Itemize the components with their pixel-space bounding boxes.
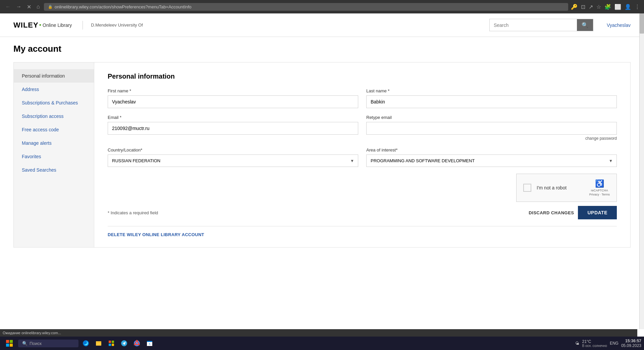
country-area-row: Country/Location* RUSSIAN FEDERATION UNI… — [108, 147, 617, 167]
delete-account-link[interactable]: DELETE WILEY ONLINE LIBRARY ACCOUNT — [108, 232, 204, 237]
country-group: Country/Location* RUSSIAN FEDERATION UNI… — [108, 147, 358, 167]
first-name-label: First name * — [108, 88, 358, 93]
user-name[interactable]: Vyacheslav — [607, 23, 631, 28]
browser-toolbar: 🔑 ⊡ ↗ ☆ 🧩 ⬜ 👤 ⋮ — [571, 4, 640, 10]
sidebar-item-favorites[interactable]: Favorites — [14, 150, 94, 163]
sidebar-item-subscriptions[interactable]: Subscriptions & Purchases — [14, 96, 94, 110]
address-bar[interactable]: 🔒 onlinelibrary.wiley.com/action/showPre… — [44, 3, 568, 11]
last-name-group: Last name * — [366, 88, 617, 108]
logo-wiley: WILEY — [13, 21, 39, 30]
area-label: Area of interest* — [366, 147, 617, 152]
first-name-input[interactable] — [108, 95, 358, 108]
institution-name: D.Mendeleev University Of — [91, 23, 143, 28]
content-layout: Personal information Address Subscriptio… — [13, 62, 631, 248]
area-select-wrapper: PROGRAMMING AND SOFTWARE DEVELOPMENT CHE… — [366, 155, 617, 167]
back-button[interactable]: ← — [4, 2, 12, 11]
sidebar-item-free-access-code[interactable]: Free access code — [14, 123, 94, 136]
recaptcha-row: I'm not a robot ♿ reCAPTCHA Privacy · Te… — [108, 174, 617, 202]
sidebar-item-subscription-access[interactable]: Subscription access — [14, 110, 94, 123]
email-label: Email * — [108, 115, 358, 120]
page-header: WILEY ▪ Online Library D.Mendeleev Unive… — [0, 13, 644, 37]
delete-link-row: DELETE WILEY ONLINE LIBRARY ACCOUNT — [108, 226, 617, 237]
lock-icon: 🔒 — [48, 5, 53, 9]
section-title: Personal information — [108, 73, 617, 80]
page-title: My account — [13, 44, 631, 54]
main-content: My account Personal information Address … — [0, 37, 644, 254]
forward-button[interactable]: → — [15, 2, 23, 11]
retype-email-input[interactable] — [366, 122, 617, 135]
sidebar-item-address[interactable]: Address — [14, 83, 94, 96]
star-icon[interactable]: ☆ — [596, 4, 601, 10]
last-name-input[interactable] — [366, 95, 617, 108]
menu-icon[interactable]: ⋮ — [635, 4, 640, 10]
scrollbar[interactable] — [639, 13, 644, 254]
sidebar-item-manage-alerts[interactable]: Manage alerts — [14, 136, 94, 150]
update-button[interactable]: UPDATE — [578, 206, 617, 219]
browser-chrome: ← → ✕ ⌂ 🔒 onlinelibrary.wiley.com/action… — [0, 0, 644, 13]
change-password-link[interactable]: change password — [366, 136, 617, 141]
search-input[interactable] — [490, 20, 577, 31]
area-select[interactable]: PROGRAMMING AND SOFTWARE DEVELOPMENT CHE… — [366, 155, 617, 167]
email-input[interactable] — [108, 122, 358, 135]
form-footer: * Indicates a required field DISCARD CHA… — [108, 206, 617, 219]
last-name-label: Last name * — [366, 88, 617, 93]
profile-icon[interactable]: 👤 — [625, 4, 631, 10]
scrollbar-thumb[interactable] — [640, 13, 644, 34]
recaptcha-box[interactable]: I'm not a robot ♿ reCAPTCHA Privacy · Te… — [516, 174, 617, 202]
window-icon[interactable]: ⬜ — [614, 4, 621, 10]
logo-library: Online Library — [43, 23, 72, 28]
translate-icon[interactable]: ⊡ — [581, 4, 585, 10]
sidebar-item-saved-searches[interactable]: Saved Searches — [14, 163, 94, 177]
country-select-wrapper: RUSSIAN FEDERATION UNITED STATES GERMANY… — [108, 155, 358, 167]
required-note: * Indicates a required field — [108, 210, 158, 215]
email-row: Email * Retype email change password — [108, 115, 617, 141]
country-select[interactable]: RUSSIAN FEDERATION UNITED STATES GERMANY… — [108, 155, 358, 167]
recaptcha-links: Privacy · Terms — [589, 193, 610, 196]
logo-area: WILEY ▪ Online Library — [13, 21, 83, 30]
recaptcha-logo-icon: ♿ — [595, 179, 604, 188]
recaptcha-logo-area: ♿ reCAPTCHA Privacy · Terms — [589, 179, 610, 196]
recaptcha-brand: reCAPTCHA — [591, 189, 608, 192]
url-text: onlinelibrary.wiley.com/action/showPrefe… — [55, 4, 192, 9]
sidebar: Personal information Address Subscriptio… — [14, 62, 94, 247]
search-button[interactable]: 🔍 — [577, 19, 593, 31]
form-area: Personal information First name * Last n… — [94, 62, 630, 247]
home-button[interactable]: ⌂ — [35, 2, 41, 11]
recaptcha-label: I'm not a robot — [537, 185, 584, 190]
retype-email-label: Retype email — [366, 115, 617, 120]
area-group: Area of interest* PROGRAMMING AND SOFTWA… — [366, 147, 617, 167]
retype-email-group: Retype email change password — [366, 115, 617, 141]
share-icon[interactable]: ↗ — [589, 4, 593, 10]
recaptcha-checkbox[interactable] — [523, 184, 531, 192]
action-buttons: DISCARD CHANGES UPDATE — [529, 206, 617, 219]
extension-icon[interactable]: 🧩 — [604, 4, 611, 10]
discard-changes-button[interactable]: DISCARD CHANGES — [529, 210, 574, 215]
email-group: Email * — [108, 115, 358, 141]
name-row: First name * Last name * — [108, 88, 617, 108]
country-label: Country/Location* — [108, 147, 358, 152]
key-icon[interactable]: 🔑 — [571, 4, 578, 10]
reload-button[interactable]: ✕ — [25, 2, 33, 11]
logo-dot: ▪ — [39, 21, 41, 29]
first-name-group: First name * — [108, 88, 358, 108]
search-bar: 🔍 — [489, 19, 593, 31]
sidebar-item-personal-information[interactable]: Personal information — [14, 69, 94, 83]
